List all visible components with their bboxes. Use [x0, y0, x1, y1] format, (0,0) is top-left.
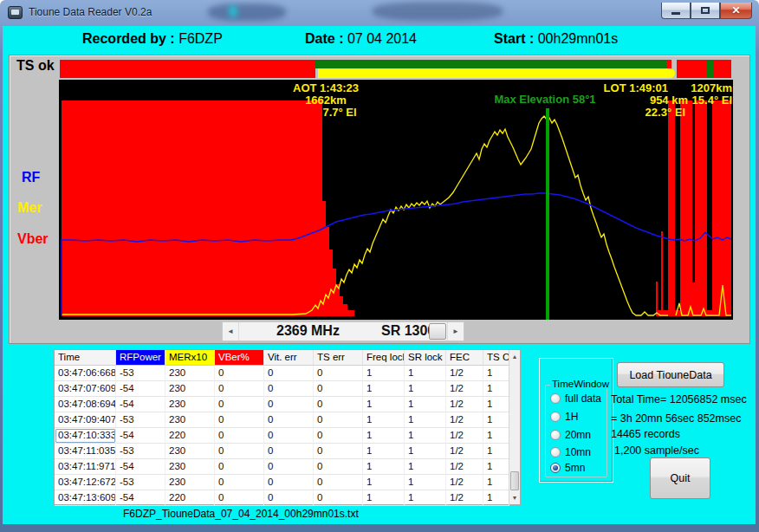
- scrollbar-thumb[interactable]: [429, 323, 446, 340]
- column-header[interactable]: TS OK: [483, 350, 509, 366]
- table-cell[interactable]: 0: [314, 428, 363, 444]
- table-cell[interactable]: -54: [116, 428, 165, 444]
- table-cell[interactable]: 1/2: [446, 397, 483, 412]
- table-cell[interactable]: 0: [314, 397, 363, 412]
- table-cell[interactable]: 230: [165, 412, 215, 428]
- table-cell[interactable]: 03:47:07:609: [55, 381, 116, 397]
- table-cell[interactable]: 0: [264, 397, 314, 412]
- table-cell[interactable]: 1: [483, 381, 509, 397]
- table-cell[interactable]: -54: [116, 381, 165, 397]
- table-cell[interactable]: 0: [314, 444, 363, 459]
- radio-icon[interactable]: [550, 412, 561, 422]
- column-header[interactable]: Freq lock: [363, 350, 405, 366]
- table-row[interactable]: 03:47:13:609-54220000111/21: [55, 490, 509, 506]
- column-header[interactable]: Vit. err: [264, 350, 314, 366]
- table-cell[interactable]: 0: [264, 428, 314, 444]
- table-cell[interactable]: 1: [483, 428, 509, 444]
- table-cell[interactable]: 1: [363, 397, 405, 412]
- column-header[interactable]: TS err: [314, 350, 363, 366]
- table-cell[interactable]: 1/2: [446, 459, 483, 475]
- table-cell[interactable]: -53: [116, 412, 165, 428]
- table-cell[interactable]: 1: [363, 366, 405, 381]
- table-cell[interactable]: 0: [215, 490, 264, 506]
- table-scrollbar[interactable]: ▲ ▼: [509, 350, 520, 504]
- table-cell[interactable]: 230: [165, 381, 215, 397]
- table-cell[interactable]: 230: [165, 459, 215, 475]
- table-cell[interactable]: 1: [405, 397, 446, 412]
- table-cell[interactable]: 1: [405, 366, 446, 381]
- table-cell[interactable]: 0: [314, 412, 363, 428]
- column-header[interactable]: FEC: [446, 350, 483, 366]
- load-tiounedata-button[interactable]: Load TiouneData: [617, 362, 724, 387]
- table-cell[interactable]: 1: [363, 459, 405, 475]
- title-bar[interactable]: Tioune Data Reader V0.2a ✕: [0, 0, 759, 26]
- timewindow-option-5mn[interactable]: 5mn: [550, 462, 585, 474]
- radio-icon[interactable]: [550, 393, 561, 404]
- table-cell[interactable]: 1: [405, 459, 446, 475]
- table-cell[interactable]: 03:47:06:668: [55, 366, 116, 381]
- table-cell[interactable]: 1: [363, 412, 405, 428]
- table-cell[interactable]: 230: [165, 366, 215, 381]
- table-cell[interactable]: 03:47:11:971: [55, 459, 116, 475]
- radio-icon[interactable]: [550, 447, 561, 457]
- table-cell[interactable]: 0: [314, 459, 363, 475]
- table-cell[interactable]: 230: [165, 397, 215, 412]
- table-cell[interactable]: 0: [264, 381, 314, 397]
- column-header[interactable]: SR lock: [405, 350, 446, 366]
- table-cell[interactable]: 0: [215, 459, 264, 475]
- table-row[interactable]: 03:47:10:333-54220000111/21: [55, 428, 509, 444]
- table-row[interactable]: 03:47:09:407-53230000111/21: [55, 412, 509, 428]
- quit-button[interactable]: Quit: [650, 457, 710, 499]
- minimize-button[interactable]: [661, 3, 691, 19]
- table-cell[interactable]: 1/2: [446, 412, 483, 428]
- table-cell[interactable]: 0: [264, 475, 314, 490]
- table-row[interactable]: 03:47:11:971-54230000111/21: [55, 459, 509, 475]
- table-cell[interactable]: 03:47:08:694: [55, 397, 116, 412]
- table-cell[interactable]: -53: [116, 444, 165, 459]
- table-cell[interactable]: 0: [314, 366, 363, 381]
- table-cell[interactable]: 1/2: [446, 428, 483, 444]
- table-cell[interactable]: 1: [363, 490, 405, 506]
- table-cell[interactable]: 0: [264, 459, 314, 475]
- table-cell[interactable]: 03:47:10:333: [55, 428, 116, 444]
- table-cell[interactable]: 1: [405, 412, 446, 428]
- timewindow-option-1H[interactable]: 1H: [550, 411, 578, 423]
- table-cell[interactable]: 1: [483, 366, 509, 381]
- column-header[interactable]: RFPower: [116, 350, 165, 366]
- table-cell[interactable]: 0: [264, 412, 314, 428]
- table-cell[interactable]: 1: [363, 475, 405, 490]
- table-cell[interactable]: 1: [405, 475, 446, 490]
- table-cell[interactable]: 03:47:13:609: [55, 490, 116, 506]
- table-cell[interactable]: 1/2: [446, 444, 483, 459]
- column-header[interactable]: VBer%: [215, 350, 264, 366]
- table-cell[interactable]: 0: [314, 475, 363, 490]
- radio-selected-icon[interactable]: [550, 463, 561, 473]
- column-header[interactable]: Time: [55, 350, 116, 366]
- table-cell[interactable]: 0: [215, 475, 264, 490]
- table-row[interactable]: 03:47:06:668-53230000111/21: [55, 366, 509, 381]
- column-header[interactable]: MERx10: [165, 350, 215, 366]
- scroll-up-icon[interactable]: ▲: [509, 350, 520, 363]
- table-cell[interactable]: 1: [363, 381, 405, 397]
- table-cell[interactable]: 1: [405, 490, 446, 506]
- table-cell[interactable]: 230: [165, 475, 215, 490]
- table-cell[interactable]: 220: [165, 428, 215, 444]
- table-cell[interactable]: -54: [116, 397, 165, 412]
- table-cell[interactable]: 0: [314, 490, 363, 506]
- table-cell[interactable]: 0: [215, 444, 264, 459]
- table-cell[interactable]: 1/2: [446, 381, 483, 397]
- table-row[interactable]: 03:47:07:609-54230000111/21: [55, 381, 509, 397]
- table-cell[interactable]: 0: [264, 366, 314, 381]
- table-cell[interactable]: -53: [116, 475, 165, 490]
- table-cell[interactable]: 0: [215, 366, 264, 381]
- table-cell[interactable]: 1: [483, 459, 509, 475]
- table-cell[interactable]: 1: [405, 428, 446, 444]
- timewindow-option-10mn[interactable]: 10mn: [550, 446, 591, 458]
- table-cell[interactable]: 0: [264, 490, 314, 506]
- maximize-button[interactable]: [691, 3, 720, 19]
- table-cell[interactable]: 0: [314, 381, 363, 397]
- table-cell[interactable]: -54: [116, 490, 165, 506]
- table-cell[interactable]: 03:47:11:035: [55, 444, 116, 459]
- table-cell[interactable]: 0: [215, 412, 264, 428]
- close-button[interactable]: ✕: [720, 3, 752, 19]
